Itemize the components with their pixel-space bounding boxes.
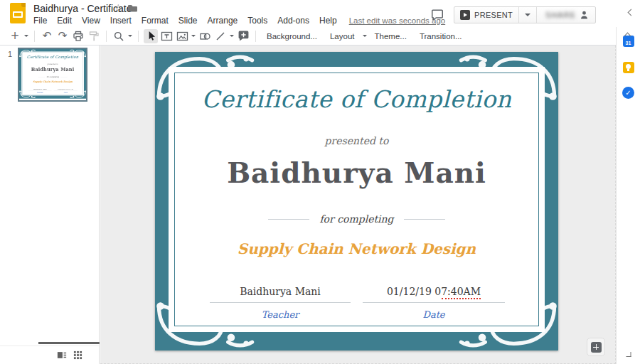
menu-help[interactable]: Help: [314, 14, 342, 27]
spellcheck-squiggle: [442, 298, 481, 299]
zoom-button[interactable]: [112, 29, 126, 43]
menu-slide[interactable]: Slide: [174, 14, 203, 27]
menu-format[interactable]: Format: [137, 14, 174, 27]
chevron-down-icon: [525, 14, 530, 16]
teacher-signature-block[interactable]: Baidhurya Mani Teacher: [210, 284, 351, 320]
text-box-tool-button[interactable]: [159, 29, 174, 43]
certificate-slide[interactable]: Certificate of Completion presented to B…: [155, 52, 558, 350]
layout-dropdown-icon[interactable]: [363, 35, 367, 37]
filmstrip-scrollbar[interactable]: [38, 342, 100, 344]
menu-addons[interactable]: Add-ons: [272, 14, 314, 27]
date-label: Date: [363, 309, 505, 320]
grid-view-icon[interactable]: [73, 350, 82, 360]
filmstrip-view-icon[interactable]: [57, 350, 67, 360]
shape-tool-button[interactable]: [198, 29, 212, 43]
divider-rule: [268, 219, 309, 220]
new-slide-button[interactable]: +: [8, 29, 22, 43]
explore-button[interactable]: [587, 338, 605, 356]
menu-file[interactable]: File: [28, 14, 52, 27]
present-button[interactable]: PRESENT: [454, 7, 518, 23]
star-icon[interactable]: ☆: [114, 2, 123, 14]
share-button[interactable]: SHARE: [536, 7, 595, 23]
for-completing-text[interactable]: for completing: [169, 213, 545, 225]
course-name[interactable]: Supply Chain Network Design: [169, 240, 545, 257]
google-keep-icon[interactable]: [623, 62, 634, 73]
present-button-group: PRESENT SHARE: [454, 6, 596, 23]
background-button[interactable]: Background...: [260, 32, 324, 41]
present-label: PRESENT: [474, 11, 513, 19]
undo-button[interactable]: ↶: [40, 29, 54, 43]
certificate-title[interactable]: Certificate of Completion: [169, 85, 545, 113]
side-panel: 31 ✓: [616, 27, 640, 364]
line-tool-button[interactable]: [213, 29, 228, 43]
hide-panel-chevron-left-icon[interactable]: [628, 9, 635, 16]
share-label-blurred: SHARE: [545, 11, 576, 19]
layout-button[interactable]: Layout: [324, 32, 361, 41]
theme-button[interactable]: Theme...: [368, 32, 413, 41]
comment-icon[interactable]: [431, 9, 444, 21]
menu-arrange[interactable]: Arrange: [203, 14, 243, 27]
signature-line: [210, 302, 351, 303]
slide-thumbnail-preview: Certificate of Completion presented to B…: [19, 49, 86, 99]
print-button[interactable]: [71, 29, 85, 43]
menu-bar: File Edit View Insert Format Slide Arran…: [28, 14, 445, 27]
new-slide-dropdown-icon[interactable]: [24, 35, 28, 37]
present-options-dropdown[interactable]: [518, 7, 536, 23]
certificate-card: Certificate of Completion presented to B…: [169, 67, 545, 332]
slide-number: 1: [8, 50, 12, 58]
signature-line: [363, 302, 505, 303]
app-header: Baidhurya - Certificate ☆ File Edit View…: [0, 0, 640, 27]
person-share-icon: [579, 10, 590, 20]
slide-canvas[interactable]: Certificate of Completion presented to B…: [100, 46, 616, 364]
insert-image-button[interactable]: [175, 29, 189, 43]
play-icon: [460, 10, 470, 20]
zoom-dropdown-icon[interactable]: [128, 35, 132, 37]
slide-thumbnail-1[interactable]: Certificate of Completion presented to B…: [18, 48, 87, 102]
redo-button[interactable]: ↷: [55, 29, 70, 43]
select-tool-button[interactable]: [144, 29, 158, 43]
insert-comment-button[interactable]: [236, 29, 250, 43]
menu-view[interactable]: View: [77, 14, 105, 27]
presented-to-text[interactable]: presented to: [169, 135, 545, 146]
line-dropdown-icon[interactable]: [230, 35, 234, 37]
slide-filmstrip-panel: 1: [0, 46, 100, 364]
menu-insert[interactable]: Insert: [105, 14, 137, 27]
google-tasks-icon[interactable]: ✓: [622, 87, 634, 99]
teacher-label: Teacher: [210, 309, 351, 320]
divider-rule: [404, 219, 445, 220]
date-signature-block[interactable]: 01/12/19 07:40AM Date: [363, 284, 505, 320]
transition-button[interactable]: Transition...: [413, 32, 469, 41]
teacher-name: Baidhurya Mani: [240, 286, 321, 302]
toolbar: + ↶ ↷: [0, 27, 616, 46]
plus-icon: [591, 342, 602, 353]
image-dropdown-icon[interactable]: [191, 35, 196, 37]
slides-logo-icon[interactable]: [10, 3, 26, 23]
paint-format-button[interactable]: [87, 29, 101, 43]
recipient-name[interactable]: Baidhurya Mani: [169, 156, 545, 189]
menu-edit[interactable]: Edit: [52, 14, 77, 27]
move-to-folder-icon[interactable]: [127, 4, 138, 12]
date-value: 01/12/19 07:40AM: [387, 286, 481, 302]
expand-panel-chevron-right-icon[interactable]: [626, 352, 631, 357]
menu-tools[interactable]: Tools: [242, 14, 272, 27]
